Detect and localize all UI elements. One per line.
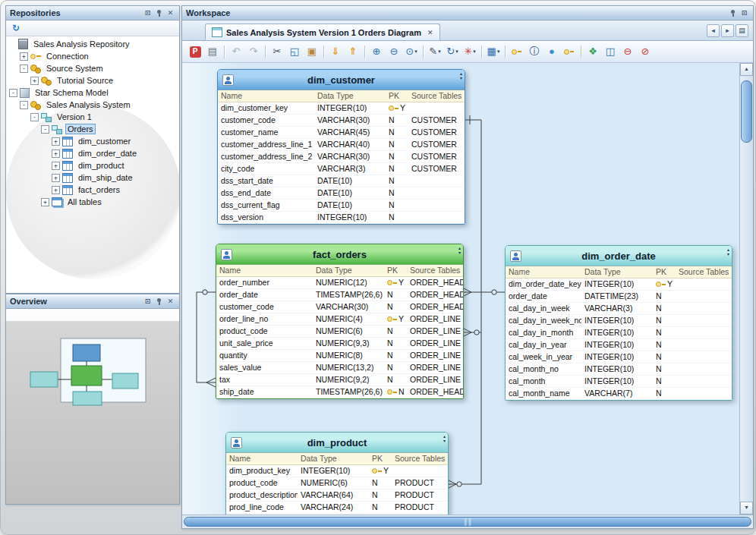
entity-header[interactable]: fact_orders▴▾ [216, 244, 463, 265]
tree-expander-icon[interactable]: + [52, 149, 60, 158]
entity-attribute-row[interactable]: dim_order_date_keyINTEGER(10)Y [506, 279, 732, 291]
tree-expander-icon[interactable]: + [52, 162, 60, 170]
dropdown-caret-icon[interactable]: ▾ [414, 49, 417, 55]
grid-view-icon[interactable]: ▦▾ [485, 44, 502, 60]
tree-expander-icon[interactable]: + [41, 198, 49, 206]
tree-expander-icon[interactable]: - [41, 125, 49, 134]
refresh-icon[interactable]: ↻ [9, 22, 23, 34]
tree-item-connection[interactable]: +Connection [6, 50, 179, 62]
diagram-report-icon[interactable]: ❖ [584, 44, 601, 60]
tree-expander-icon[interactable]: - [20, 65, 28, 73]
workspace-titlebar[interactable]: Workspace ⊡ [182, 6, 753, 20]
export-pdf-icon[interactable]: P [187, 44, 203, 60]
entity-attribute-row[interactable]: prod_line_codeVARCHAR(24)NPRODUCT [226, 502, 448, 514]
zoom-in-icon[interactable]: ⊕ [368, 44, 385, 60]
entity-attribute-row[interactable]: dim_product_keyINTEGER(10)Y [226, 465, 448, 477]
entity-attribute-row[interactable]: customer_address_line_1VARCHAR(40)NCUSTO… [218, 139, 465, 151]
entity-attribute-row[interactable]: dim_customer_keyINTEGER(10)Y [218, 102, 465, 115]
tree-item-star-schema-model[interactable]: -Star Schema Model [6, 87, 179, 99]
zoom-out-icon[interactable]: ⊖ [386, 44, 402, 60]
entity-header[interactable]: dim_order_date▴▾ [506, 246, 732, 266]
entity-attribute-row[interactable]: cal_day_in_monthINTEGER(10)N [506, 327, 732, 339]
entity-collapse-icon[interactable]: ▴▾ [460, 71, 462, 80]
entity-collapse-icon[interactable]: ▴▾ [458, 246, 461, 255]
tree-item-sales-analysis-repository[interactable]: Sales Analysis Repository [6, 38, 179, 50]
horizontal-scrollbar[interactable]: ║║ [182, 515, 753, 528]
dropdown-caret-icon[interactable]: ▾ [473, 49, 476, 55]
tree-item-orders[interactable]: -Orders [6, 123, 179, 135]
dropdown-caret-icon[interactable]: ▾ [497, 49, 500, 55]
cut-icon[interactable]: ✂ [269, 44, 285, 60]
entity-attribute-row[interactable]: customer_nameVARCHAR(45)NCUSTOMER [218, 127, 465, 139]
tab-scroll-right-icon[interactable]: ▸ [721, 24, 734, 37]
tree-expander-icon[interactable]: - [9, 89, 17, 97]
entity-attribute-row[interactable]: customer_address_line_2VARCHAR(30)NCUSTO… [218, 151, 465, 163]
tree-item-all-tables[interactable]: +All tables [6, 196, 179, 208]
vertical-scrollbar[interactable]: ▲ ▼ [739, 63, 753, 515]
entity-collapse-icon[interactable]: ▴▾ [443, 434, 446, 443]
tree-expander-icon[interactable]: + [52, 186, 60, 194]
show-keys-icon[interactable] [509, 44, 525, 60]
print-icon[interactable]: ▤ [204, 44, 221, 60]
scroll-down-icon[interactable]: ▼ [740, 502, 753, 515]
entity-attribute-row[interactable]: taxNUMERIC(9,2)NORDER_LINE [216, 374, 463, 386]
tree-expander-icon[interactable]: - [20, 101, 28, 109]
entity-attribute-row[interactable]: dss_start_dateDATE(10)N [218, 175, 465, 187]
entity-attribute-row[interactable]: dss_current_flagDATE(10)N [218, 200, 465, 212]
tree-item-fact-orders[interactable]: +fact_orders [6, 184, 179, 196]
dropdown-caret-icon[interactable]: ▾ [438, 49, 441, 55]
overview-area[interactable] [6, 322, 179, 505]
stop-icon[interactable]: ⊘ [637, 44, 654, 60]
tree-item-dim-product[interactable]: +dim_product [6, 159, 179, 172]
tree-item-dim-order-date[interactable]: +dim_order_date [6, 147, 179, 159]
copy-icon[interactable]: ◱ [286, 44, 303, 60]
entity-attribute-row[interactable]: order_line_noNUMERIC(4)YORDER_LINE [216, 313, 463, 326]
entity-dim_order_date[interactable]: dim_order_date▴▾NameData TypePKSource Ta… [505, 245, 732, 401]
entity-attribute-row[interactable]: cal_day_in_weekVARCHAR(3)N [506, 303, 732, 315]
move-down-icon[interactable]: ⇓ [327, 44, 344, 60]
tree-expander-icon[interactable]: + [30, 77, 39, 85]
tree-item-version-1[interactable]: -Version 1 [6, 111, 179, 123]
tree-expander-icon[interactable]: - [30, 113, 39, 121]
entity-attribute-row[interactable]: product_codeNUMERIC(6)NPRODUCT [226, 477, 448, 489]
tab-orders-diagram[interactable]: Sales Analysis System Version 1 Orders D… [205, 24, 440, 40]
repository-tree[interactable]: Sales Analysis Repository+Connection-Sou… [6, 36, 179, 294]
overview-titlebar[interactable]: Overview ⊡ ✕ [6, 294, 179, 309]
tree-item-sales-analysis-system[interactable]: -Sales Analysis System [6, 99, 179, 111]
close-icon[interactable]: ✕ [165, 8, 175, 18]
auto-layout-icon[interactable]: ↻▾ [444, 44, 461, 60]
horizontal-scroll-thumb[interactable]: ║║ [184, 517, 751, 527]
diagram-canvas[interactable]: dim_customer▴▾NameData TypePKSource Tabl… [182, 63, 739, 515]
entity-attribute-row[interactable]: customer_codeVARCHAR(30)NCUSTOMER [218, 115, 465, 127]
entity-attribute-row[interactable]: order_dateTIMESTAMP(26,6)NORDER_HEADER [216, 289, 463, 301]
entity-attribute-row[interactable]: dss_versionINTEGER(10)N [218, 212, 465, 224]
entity-attribute-row[interactable]: quantityNUMERIC(8)NORDER_LINE [216, 350, 463, 362]
entity-dim_customer[interactable]: dim_customer▴▾NameData TypePKSource Tabl… [217, 69, 465, 225]
zoom-select-icon[interactable]: ⊙▾ [403, 44, 420, 60]
tab-close-icon[interactable]: ✕ [427, 29, 433, 36]
info-icon[interactable]: ⓘ [526, 44, 543, 60]
tree-expander-icon[interactable]: + [52, 137, 60, 146]
entity-attribute-row[interactable]: cal_day_in_yearINTEGER(10)N [506, 339, 732, 351]
move-up-icon[interactable]: ⇑ [345, 44, 361, 60]
repositories-titlebar[interactable]: Repositories ⊡ ✕ [6, 6, 179, 20]
tree-item-source-system[interactable]: -Source System [6, 62, 179, 74]
float-icon[interactable]: ⊡ [143, 297, 153, 307]
undo-icon[interactable]: ↶ [228, 44, 244, 60]
entity-header[interactable]: dim_product▴▾ [226, 433, 448, 453]
tree-item-dim-ship-date[interactable]: +dim_ship_date [6, 172, 179, 184]
scroll-up-icon[interactable]: ▲ [740, 63, 753, 76]
entity-header[interactable]: dim_customer▴▾ [218, 70, 465, 90]
entity-attribute-row[interactable]: cal_month_noINTEGER(10)N [506, 363, 732, 376]
entity-attribute-row[interactable]: unit_sale_priceNUMERIC(9,3)NORDER_LINE [216, 338, 463, 350]
pin-icon[interactable] [154, 8, 164, 18]
entity-attribute-row[interactable]: product_codeNUMERIC(6)NORDER_LINE [216, 326, 463, 338]
entity-attribute-row[interactable]: dss_end_dateDATE(10)N [218, 187, 465, 200]
entity-attribute-row[interactable]: cal_week_in_yearINTEGER(10)N [506, 351, 732, 363]
scatter-layout-icon[interactable]: ✳▾ [461, 44, 478, 60]
line-style-icon[interactable]: ✎▾ [427, 44, 443, 60]
globe-icon[interactable]: ● [543, 44, 560, 60]
pin-icon[interactable] [154, 297, 164, 307]
tree-item-tutorial-source[interactable]: +Tutorial Source [6, 74, 179, 87]
tab-list-icon[interactable]: ▤ [736, 24, 748, 37]
